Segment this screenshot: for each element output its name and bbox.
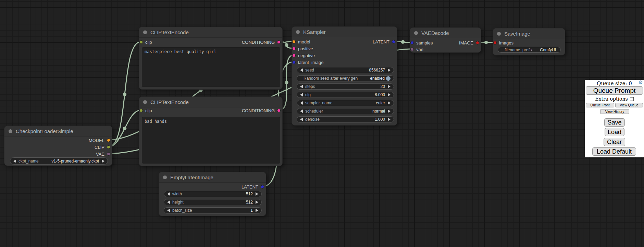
decrement-arrow-icon[interactable]: [300, 85, 303, 88]
filename-prefix-widget[interactable]: filename_prefix ComfyUI: [498, 47, 561, 53]
slot-label: LATENT: [242, 184, 258, 190]
model-input-port[interactable]: [292, 40, 296, 43]
decrement-arrow-icon[interactable]: [167, 200, 170, 204]
latent-output-port[interactable]: [261, 185, 264, 188]
increment-arrow-icon[interactable]: [388, 85, 391, 88]
slot-label: latent_image: [298, 60, 323, 65]
node-title: VAEDecode: [421, 30, 449, 36]
node-title: KSampler: [303, 29, 326, 35]
widget-label: denoise: [305, 117, 320, 122]
node-collapse-icon[interactable]: [9, 129, 12, 133]
decrement-arrow-icon[interactable]: [167, 192, 170, 196]
node-title-bar: CheckpointLoaderSimple: [4, 126, 112, 136]
decrement-arrow-icon[interactable]: [300, 68, 303, 72]
extra-options-checkbox[interactable]: [630, 97, 634, 101]
increment-arrow-icon[interactable]: [256, 209, 258, 212]
decrement-arrow-icon[interactable]: [300, 101, 303, 105]
link-midpoint-dot: [484, 41, 488, 44]
samples-input-port[interactable]: [410, 41, 414, 44]
batch-size-widget[interactable]: batch_size 1: [164, 207, 262, 213]
output-slot-model: MODEL: [89, 138, 112, 143]
width-widget[interactable]: width 512: [164, 191, 262, 197]
model-output-port[interactable]: [107, 139, 110, 142]
settings-gear-icon[interactable]: ⚙: [639, 80, 643, 85]
clear-button[interactable]: Clear: [604, 138, 625, 146]
images-input-port[interactable]: [493, 41, 497, 44]
save-button[interactable]: Save: [604, 118, 625, 127]
view-queue-button[interactable]: View Queue: [615, 103, 643, 107]
decrement-arrow-icon[interactable]: [300, 93, 303, 96]
slot-label: MODEL: [89, 138, 104, 143]
increment-arrow-icon[interactable]: [256, 192, 258, 196]
node-collapse-icon[interactable]: [497, 32, 501, 36]
widget-value: 512: [246, 192, 253, 196]
decrement-arrow-icon[interactable]: [300, 109, 303, 113]
slot-label: clip: [145, 40, 152, 45]
clip-output-port[interactable]: [107, 145, 110, 149]
view-history-button[interactable]: View History: [600, 109, 629, 114]
node-empty-latent-image[interactable]: EmptyLatentImage LATENT width 512 height…: [159, 172, 266, 216]
decrement-arrow-icon[interactable]: [167, 209, 170, 212]
increment-arrow-icon[interactable]: [388, 68, 391, 72]
conditioning-output-port[interactable]: [277, 40, 281, 44]
prompt-textarea[interactable]: masterpiece best quality girl: [142, 47, 280, 87]
clip-input-port[interactable]: [139, 40, 143, 44]
queue-front-button[interactable]: Queue Front: [586, 103, 614, 107]
node-collapse-icon[interactable]: [143, 100, 147, 104]
load-default-button[interactable]: Load Default: [592, 147, 636, 156]
widget-value: 8.000: [375, 92, 385, 97]
increment-arrow-icon[interactable]: [388, 93, 391, 96]
input-slot-samples: samples: [410, 40, 433, 46]
seed-widget[interactable]: seed 8566257: [297, 67, 394, 73]
node-clip-text-encode-positive[interactable]: CLIPTextEncode clip CONDITIONING masterp…: [139, 27, 283, 90]
increment-arrow-icon[interactable]: [388, 101, 391, 105]
widget-label: sampler_name: [305, 101, 332, 105]
scheduler-widget[interactable]: scheduler normal: [297, 108, 394, 114]
image-output-port[interactable]: [476, 41, 479, 44]
node-checkpoint-loader[interactable]: CheckpointLoaderSimple MODEL CLIP VAE ck…: [4, 126, 112, 166]
queue-prompt-button[interactable]: Queue Prompt: [586, 86, 643, 95]
node-collapse-icon[interactable]: [163, 176, 167, 179]
widget-value: 20: [381, 84, 385, 89]
clip-input-port[interactable]: [139, 109, 143, 112]
link-midpoint-dot: [401, 40, 405, 43]
decrement-arrow-icon[interactable]: [300, 118, 303, 121]
denoise-widget[interactable]: denoise 1.000: [297, 116, 394, 122]
random-seed-toggle-widget[interactable]: Random seed after every gen enabled: [297, 75, 394, 81]
node-collapse-icon[interactable]: [143, 30, 147, 34]
steps-widget[interactable]: steps 20: [297, 83, 394, 90]
prompt-textarea[interactable]: bad hands: [142, 117, 280, 164]
comfy-menu-panel: Queue size: 0 ⚙ Queue Prompt Extra optio…: [585, 80, 644, 157]
output-slot-latent: LATENT: [242, 184, 266, 190]
node-vae-decode[interactable]: VAEDecode samples IMAGE vae: [410, 27, 481, 53]
conditioning-output-port[interactable]: [277, 109, 281, 112]
output-slot-conditioning: CONDITIONING: [242, 108, 282, 113]
sampler-name-widget[interactable]: sampler_name euler: [297, 100, 394, 106]
input-slot-vae: vae: [410, 47, 423, 52]
node-clip-text-encode-negative[interactable]: CLIPTextEncode clip CONDITIONING bad han…: [139, 96, 283, 166]
latent-output-port[interactable]: [392, 40, 395, 43]
ckpt-name-widget[interactable]: ckpt_name v1-5-pruned-emaonly.ckpt: [10, 157, 108, 165]
positive-input-port[interactable]: [292, 47, 296, 50]
increment-arrow-icon[interactable]: [388, 118, 391, 121]
widget-value: 512: [246, 200, 253, 205]
node-collapse-icon[interactable]: [414, 31, 418, 35]
vae-output-port[interactable]: [107, 152, 110, 156]
input-slot-model: model: [292, 39, 310, 44]
height-widget[interactable]: height 512: [164, 199, 262, 205]
node-save-image[interactable]: SaveImage images filename_prefix ComfyUI: [493, 28, 565, 55]
decrement-arrow-icon[interactable]: [13, 159, 16, 163]
node-ksampler[interactable]: KSampler model LATENT positive negative …: [292, 26, 397, 126]
node-collapse-icon[interactable]: [296, 30, 300, 34]
node-graph-canvas[interactable]: CheckpointLoaderSimple MODEL CLIP VAE ck…: [0, 0, 644, 247]
widget-value: enabled: [370, 76, 385, 81]
load-button[interactable]: Load: [605, 128, 624, 136]
cfg-widget[interactable]: cfg 8.000: [297, 92, 394, 98]
increment-arrow-icon[interactable]: [388, 109, 391, 113]
toggle-circle-icon[interactable]: [386, 76, 391, 81]
negative-input-port[interactable]: [292, 54, 296, 57]
increment-arrow-icon[interactable]: [102, 159, 104, 163]
latent-image-input-port[interactable]: [292, 61, 296, 64]
increment-arrow-icon[interactable]: [256, 200, 258, 204]
vae-input-port[interactable]: [410, 48, 414, 51]
